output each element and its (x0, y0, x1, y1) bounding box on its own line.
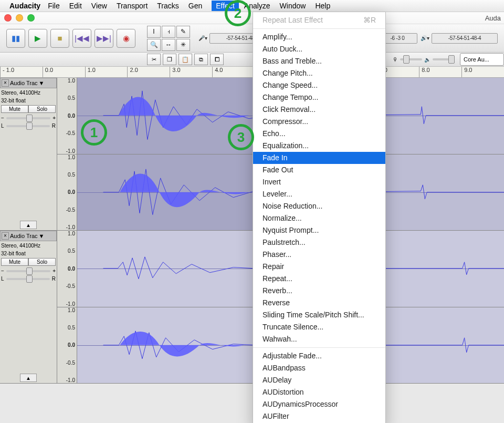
collapse-button[interactable]: ▲ (20, 374, 37, 382)
menu-item-wahwah-[interactable]: Wahwah... (253, 333, 385, 345)
transport-toolbar: ▮▮ ▶ ■ |◀◀ ▶▶| ◉ I ⫞ ✎ 🔍 ↔ ✳ 🎤▾ -57-54-5… (0, 24, 504, 53)
track-menu-icon[interactable]: ▼ (39, 233, 45, 239)
menu-item-adjustable-fade-[interactable]: Adjustable Fade... (253, 350, 385, 362)
menu-item-auto-duck-[interactable]: Auto Duck... (253, 43, 385, 55)
solo-button[interactable]: Solo (28, 105, 56, 113)
menu-item-invert[interactable]: Invert (253, 176, 385, 188)
menu-item-amplify-[interactable]: Amplify... (253, 31, 385, 43)
tracks-area: × Audio Trac ▼ Stereo, 44100Hz 32-bit fl… (0, 78, 504, 384)
play-button[interactable]: ▶ (28, 29, 47, 48)
menu-item-phaser-[interactable]: Phaser... (253, 249, 385, 261)
multi-tool[interactable]: ✳ (176, 39, 190, 51)
menu-item-truncate-silence-[interactable]: Truncate Silence... (253, 321, 385, 333)
skip-start-button[interactable]: |◀◀ (72, 29, 91, 48)
track-bitdepth: 32-bit float (1, 97, 56, 104)
menu-item-aubandpass[interactable]: AUBandpass (253, 362, 385, 374)
menu-item-change-pitch-[interactable]: Change Pitch... (253, 67, 385, 79)
menu-view[interactable]: View (91, 2, 107, 10)
track-format: Stereo, 44100Hz (1, 242, 56, 249)
track-name[interactable]: Audio Trac (10, 233, 38, 239)
mic-icon[interactable]: 🎤▾ (198, 35, 207, 41)
menu-item-fade-in[interactable]: Fade In (253, 152, 385, 164)
mute-button[interactable]: Mute (1, 258, 28, 266)
stop-button[interactable]: ■ (50, 29, 69, 48)
copy-button[interactable]: ❐ (163, 54, 176, 65)
ruler-tick: 2.0 (127, 67, 170, 77)
pause-button[interactable]: ▮▮ (6, 29, 25, 48)
menu-item-audynamicsprocessor[interactable]: AUDynamicsProcessor (253, 398, 385, 410)
tool-grid: I ⫞ ✎ 🔍 ↔ ✳ (147, 26, 190, 51)
skip-end-button[interactable]: ▶▶| (94, 29, 113, 48)
track-menu-icon[interactable]: ▼ (39, 80, 45, 86)
play-meter-scale[interactable]: -57-54-51-48-4 (432, 33, 498, 44)
mute-button[interactable]: Mute (1, 105, 28, 113)
trim-button[interactable]: ⧉ (194, 54, 208, 65)
pan-slider[interactable]: LR (1, 276, 56, 282)
record-button[interactable]: ◉ (117, 29, 135, 48)
window-title: Auda (485, 14, 501, 22)
draw-tool[interactable]: ✎ (176, 26, 190, 38)
timeshift-tool[interactable]: ↔ (162, 39, 175, 51)
gain-slider[interactable]: −+ (1, 268, 56, 274)
silence-button[interactable]: ⧠ (210, 54, 224, 65)
menu-item-paulstretch-[interactable]: Paulstretch... (253, 236, 385, 249)
menu-item-echo-[interactable]: Echo... (253, 128, 385, 140)
menu-item-bass-and-treble-[interactable]: Bass and Treble... (253, 55, 385, 67)
menu-item-repair[interactable]: Repair (253, 261, 385, 273)
envelope-tool[interactable]: ⫞ (162, 26, 175, 38)
collapse-button[interactable]: ▲ (20, 221, 37, 229)
menu-item-aufilter[interactable]: AUFilter (253, 410, 385, 422)
ruler-tick: 3.0 (170, 67, 212, 77)
menu-window[interactable]: Window (280, 2, 306, 10)
menu-help[interactable]: Help (315, 2, 330, 10)
menu-item-change-speed-[interactable]: Change Speed... (253, 79, 385, 91)
menu-item-change-tempo-[interactable]: Change Tempo... (253, 91, 385, 104)
solo-button[interactable]: Solo (28, 258, 56, 266)
zoom-window-button[interactable] (27, 14, 35, 22)
menu-item-leveler-[interactable]: Leveler... (253, 188, 385, 200)
app-name[interactable]: Audacity (9, 2, 40, 10)
rec-volume-track[interactable] (400, 58, 422, 60)
paste-button[interactable]: 📋 (178, 54, 192, 65)
menu-tracks[interactable]: Tracks (157, 2, 178, 10)
track-name[interactable]: Audio Trac (10, 80, 38, 86)
menu-item-repeat-[interactable]: Repeat... (253, 273, 385, 285)
speaker-icon[interactable]: 🔊▾ (421, 35, 429, 41)
amp-scale-right: 1.00.50.0-0.5-1.0 (57, 307, 77, 384)
play-volume-track[interactable] (433, 58, 455, 60)
menu-item-sliding-time-scale-pitch-shift-[interactable]: Sliding Time Scale/Pitch Shift... (253, 309, 385, 321)
window-titlebar: Auda (0, 12, 504, 24)
gain-slider[interactable]: −+ (1, 115, 56, 121)
edit-toolbar: ✂ ❐ 📋 ⧉ ⧠ 🎙 🔈 Core Au... (0, 53, 504, 67)
menu-item-normalize-[interactable]: Normalize... (253, 212, 385, 224)
selection-tool[interactable]: I (147, 26, 161, 38)
menu-item-nyquist-prompt-[interactable]: Nyquist Prompt... (253, 224, 385, 236)
ruler-tick: 0.0 (43, 67, 85, 77)
menu-item-click-removal-[interactable]: Click Removal... (253, 104, 385, 116)
ruler-tick: - 1.0 (0, 67, 43, 77)
menu-item-noise-reduction-[interactable]: Noise Reduction... (253, 200, 385, 212)
pan-slider[interactable]: LR (1, 123, 56, 129)
track-format: Stereo, 44100Hz (1, 89, 56, 96)
ruler-tick: 8.0 (419, 67, 461, 77)
audio-host-select[interactable]: Core Au... (460, 53, 504, 66)
menu-item-equalization-[interactable]: Equalization... (253, 140, 385, 152)
track-close-button[interactable]: × (2, 79, 9, 87)
menu-edit[interactable]: Edit (69, 2, 82, 10)
menu-transport[interactable]: Transport (117, 2, 148, 10)
rec-volume-slider: 🎙 🔈 (393, 57, 455, 63)
minimize-window-button[interactable] (16, 14, 23, 22)
menu-file[interactable]: File (48, 2, 60, 10)
time-ruler[interactable]: - 1.0 0.0 1.0 2.0 3.0 4.0 7.0 8.0 9.0 (0, 67, 504, 78)
track-close-button[interactable]: × (2, 232, 9, 240)
menu-item-audelay[interactable]: AUDelay (253, 374, 385, 386)
menu-item-reverse[interactable]: Reverse (253, 297, 385, 309)
menu-item-audistortion[interactable]: AUDistortion (253, 386, 385, 398)
menu-generate[interactable]: Gen (188, 2, 202, 10)
menu-item-compressor-[interactable]: Compressor... (253, 116, 385, 128)
menu-item-fade-out[interactable]: Fade Out (253, 164, 385, 176)
cut-button[interactable]: ✂ (147, 54, 161, 65)
menu-item-reverb-[interactable]: Reverb... (253, 285, 385, 297)
zoom-tool[interactable]: 🔍 (147, 39, 161, 51)
close-window-button[interactable] (4, 14, 12, 22)
